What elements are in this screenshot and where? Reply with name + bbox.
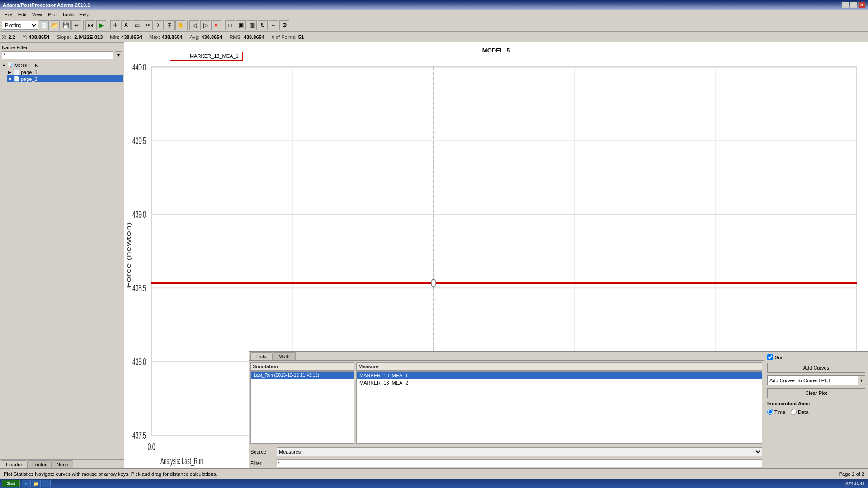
svg-point-14 <box>431 279 436 287</box>
toolbar-btn-scissors[interactable]: ✂ <box>143 20 153 30</box>
toolbar-btn-left[interactable]: ◁ <box>189 20 199 30</box>
svg-text:437.5: 437.5 <box>132 430 146 441</box>
radio-time-input[interactable] <box>767 409 773 415</box>
toolbar-btn-play[interactable]: ▶ <box>96 20 106 30</box>
tree-toggle-page1[interactable]: ▶ <box>8 70 14 75</box>
stat-points: # of Points: 51 <box>272 34 304 40</box>
toolbar-btn-1[interactable]: 📄 <box>39 20 49 30</box>
tab-footer[interactable]: Footer <box>27 460 52 468</box>
stat-max: Max: 438.8654 <box>149 34 183 40</box>
surf-checkbox[interactable] <box>767 354 773 360</box>
filter-label: Name Filter <box>2 45 122 50</box>
measure-item-1[interactable]: MARKER_13_MEA_2 <box>357 379 762 386</box>
tree-page1[interactable]: ▶ 📄 page_1 <box>7 69 123 75</box>
radio-data[interactable]: Data <box>791 409 808 415</box>
toolbar-btn-hand[interactable]: ✋ <box>175 20 185 30</box>
tree-view: ▼ 📊 MODEL_5 ▶ 📄 page_1 ▼ 📄 page_2 <box>0 61 124 459</box>
toolbar-btn-box2[interactable]: □ <box>225 20 235 30</box>
titlebar: Adams/PostProcessor Adams 2013.1 ─ □ ✕ <box>0 0 868 10</box>
toolbar-btn-2[interactable]: 📂 <box>50 20 60 30</box>
radio-time[interactable]: Time <box>767 409 785 415</box>
menu-edit[interactable]: Edit <box>15 11 29 18</box>
radio-data-input[interactable] <box>791 409 797 415</box>
add-curves-arrow[interactable]: ▼ <box>858 376 865 385</box>
surf-row: Surf <box>767 354 865 360</box>
sim-item[interactable]: Last_Run (2013-12-12 11:43:12) <box>251 372 354 379</box>
menu-plot[interactable]: Plot <box>45 11 59 18</box>
source-label: Source <box>250 449 273 455</box>
filter-label2: Filter <box>250 460 273 466</box>
svg-text:438.5: 438.5 <box>132 282 146 294</box>
filter-dropdown-btn[interactable]: ▼ <box>115 51 122 59</box>
source-row: Source Measures <box>249 446 764 458</box>
toolbar-btn-right[interactable]: ▷ <box>200 20 210 30</box>
toolbar-btn-3[interactable]: 💾 <box>61 20 71 30</box>
stat-x: X: 2.2 <box>2 34 15 40</box>
taskbar-folder[interactable]: 📁 <box>32 480 41 487</box>
tree-toggle-model[interactable]: ▼ <box>2 63 7 68</box>
filter-row2: Filter <box>249 458 764 468</box>
right-section: MODEL_5 MARKER_13_MEA_1 <box>124 42 868 468</box>
tree-label-model: MODEL_5 <box>14 63 38 68</box>
toolbar-btn-box[interactable]: ▭ <box>132 20 142 30</box>
sim-column: Simulation Last_Run (2013-12-12 11:43:12… <box>250 362 354 444</box>
name-filter-input[interactable] <box>2 51 113 59</box>
toolbar-btn-a[interactable]: A <box>121 20 131 30</box>
filter-row: ▼ <box>2 51 122 59</box>
tab-header[interactable]: Header <box>1 460 27 468</box>
tab-data[interactable]: Data <box>250 352 273 360</box>
tree-model[interactable]: ▼ 📊 MODEL_5 <box>1 62 123 69</box>
maximize-button[interactable]: □ <box>850 2 857 8</box>
add-curves-dropdown[interactable]: ▼ <box>767 375 865 385</box>
svg-text:0.0: 0.0 <box>148 441 156 452</box>
filter-input2[interactable] <box>277 459 762 467</box>
toolbar-btn-cursor[interactable]: ✛ <box>110 20 120 30</box>
start-button[interactable]: Start <box>2 480 20 487</box>
menu-view[interactable]: View <box>29 11 46 18</box>
taskbar-app3[interactable] <box>42 480 51 487</box>
stat-rms: RMS: 438.8654 <box>229 34 264 40</box>
tab-none[interactable]: None <box>52 460 73 468</box>
indep-axis-label: Independent Axis: <box>767 401 865 406</box>
stat-avg: Avg: 438.8654 <box>190 34 222 40</box>
measure-item-0[interactable]: MARKER_13_MEA_1 <box>357 372 762 379</box>
minimize-button[interactable]: ─ <box>842 2 849 8</box>
measure-column: Measure MARKER_13_MEA_1 MARKER_13_MEA_2 <box>356 362 762 444</box>
taskbar-apps: e 📁 <box>22 480 845 487</box>
name-filter-section: Name Filter ▼ <box>0 42 124 61</box>
add-curves-input[interactable] <box>768 376 858 385</box>
tree-toggle-page2[interactable]: ▼ <box>8 77 14 81</box>
clear-plot-button[interactable]: Clear Plot <box>767 388 865 398</box>
toolbar-btn-x[interactable]: ✕ <box>211 20 221 30</box>
tree-children-model: ▶ 📄 page_1 ▼ 📄 page_2 <box>7 69 123 82</box>
menubar: File Edit View Plot Tools Help <box>0 10 868 19</box>
plotting-mode-select[interactable]: Plotting <box>2 21 38 30</box>
bottom-panel: Data Math Simulation Last_Run (2013-12-1… <box>249 351 868 468</box>
source-select[interactable]: Measures <box>277 447 762 456</box>
toolbar-btn-sum[interactable]: Σ <box>154 20 164 30</box>
close-button[interactable]: ✕ <box>858 2 865 8</box>
svg-text:439.5: 439.5 <box>132 135 146 146</box>
stat-y: Y: 438.8654 <box>23 34 50 40</box>
toolbar-btn-4[interactable]: ↩ <box>71 20 81 30</box>
statsbar: X: 2.2 Y: 438.8654 Slope: -2.8422E-013 M… <box>0 32 868 42</box>
tree-page2[interactable]: ▼ 📄 page_2 <box>7 75 123 82</box>
tab-math[interactable]: Math <box>273 352 295 360</box>
menu-help[interactable]: Help <box>76 11 92 18</box>
radio-row: Time Data <box>767 409 865 415</box>
toolbar-btn-back[interactable]: ← <box>269 20 278 30</box>
toolbar: Plotting 📄 📂 💾 ↩ ⏮ ▶ ✛ A ▭ ✂ Σ ⊞ ✋ ◁ ▷ ✕… <box>0 19 868 32</box>
toolbar-btn-loop[interactable]: ↻ <box>258 20 268 30</box>
add-curves-button[interactable]: Add Curves <box>767 363 865 373</box>
toolbar-btn-grid[interactable]: ⊞ <box>165 20 175 30</box>
toolbar-btn-settings[interactable]: ⚙ <box>279 20 289 30</box>
taskbar-ie[interactable]: e <box>22 480 31 487</box>
toolbar-btn-box4[interactable]: ▥ <box>247 20 257 30</box>
toolbar-btn-play-back[interactable]: ⏮ <box>85 20 95 30</box>
menu-file[interactable]: File <box>2 11 15 18</box>
tree-label-page2: page_2 <box>21 76 38 82</box>
toolbar-btn-box3[interactable]: ▣ <box>236 20 246 30</box>
menu-tools[interactable]: Tools <box>59 11 76 18</box>
main-area: Name Filter ▼ ▼ 📊 MODEL_5 ▶ 📄 page_1 <box>0 42 868 468</box>
page-indicator: Page 2 of 2 <box>839 471 864 477</box>
